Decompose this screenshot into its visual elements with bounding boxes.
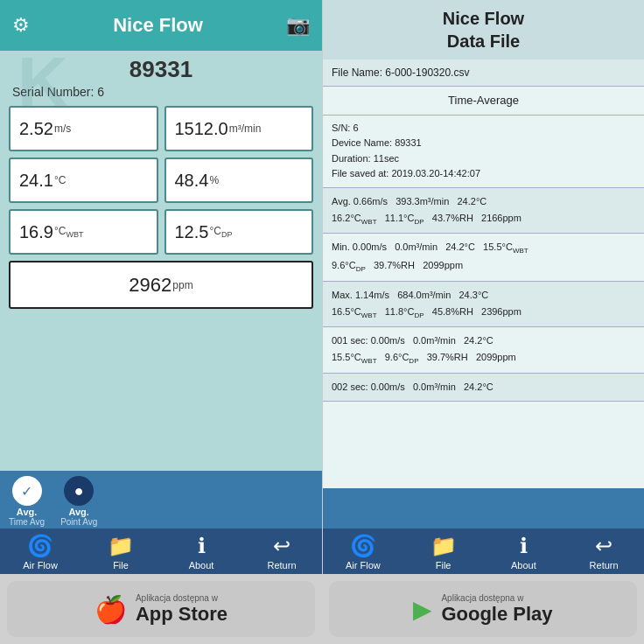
right-nav-return-label: Return [590,560,619,570]
time-avg-check: ✓ [21,483,32,500]
left-header: ⚙ Nice Flow 📷 [0,0,322,51]
file-name: File Name: 6-000-190320.csv [332,66,469,79]
camera-icon[interactable]: 📷 [286,14,310,37]
nav-airflow-label: Air Flow [23,560,58,570]
time-avg-label: Avg. [17,507,37,517]
avg-section: Avg. 0.66m/s 393.3m³/min 24.2°C16.2°CWBT… [323,188,644,234]
airflow-icon: 🌀 [27,534,53,558]
sec001-text: 001 sec: 0.00m/s 0.0m³/min 24.2°C15.5°CW… [332,335,516,362]
right-airflow-icon: 🌀 [350,534,376,558]
about-icon: ℹ [198,534,206,558]
right-return-icon: ↩ [595,534,612,558]
metric-temp-value: 24.1 [19,171,53,191]
point-avg-circle: ● [64,476,94,506]
sec001-section: 001 sec: 0.00m/s 0.0m³/min 24.2°C15.5°CW… [323,327,644,373]
info-section: S/N: 6Device Name: 89331Duration: 11secF… [323,116,644,188]
left-panel: ⚙ Nice Flow 📷 K 89331 Serial Number: 6 2… [0,0,322,574]
left-content: K 89331 Serial Number: 6 2.52m/s 1512.0m… [0,51,322,471]
googleplay-icon: ▶ [413,595,432,624]
metric-wbt: 16.9°CWBT [9,209,158,255]
min-section: Min. 0.00m/s 0.0m³/min 24.2°C 15.5°CWBT9… [323,234,644,282]
metric-velocity-value: 2.52 [19,119,53,139]
metric-velocity: 2.52m/s [9,106,158,151]
min-text: Min. 0.00m/s 0.0m³/min 24.2°C 15.5°CWBT9… [332,242,528,270]
right-nav-about-label: About [511,560,536,570]
info-text: S/N: 6Device Name: 89331Duration: 11secF… [332,122,480,179]
nav-return[interactable]: ↩ Return [256,534,308,570]
right-panel: Nice FlowData File File Name: 6-000-1903… [322,0,644,574]
point-avg-icon: ● [74,482,84,500]
appstore-text: Aplikacja dostępna w App Store [136,593,228,626]
metric-flow-value: 1512.0 [175,119,228,139]
metric-humidity-value: 48.4 [175,171,209,191]
time-avg-sublabel: Time Avg [9,517,45,527]
metric-dp-value: 12.5 [175,222,209,242]
appstore-name: App Store [136,603,228,626]
right-nav-about[interactable]: ℹ About [497,534,550,570]
nav-return-label: Return [267,560,296,570]
nav-file[interactable]: 📁 File [94,534,147,570]
left-bottom: ✓ Avg. Time Avg ● Avg. Point Avg 🌀 Air F… [0,471,322,574]
right-file-icon: 📁 [430,534,457,558]
device-number-container: K 89331 [9,56,313,83]
settings-icon[interactable]: ⚙ [12,14,30,37]
sec002-text: 002 sec: 0.00m/s 0.0m³/min 24.2°C [332,382,494,392]
metric-ppm-unit: ppm [172,279,192,291]
time-avg-circle: ✓ [12,476,42,506]
avg-text: Avg. 0.66m/s 393.3m³/min 24.2°C16.2°CWBT… [332,196,522,223]
nav-about[interactable]: ℹ About [175,534,228,570]
point-avg-button[interactable]: ● Avg. Point Avg [60,476,97,527]
apple-icon: 🍎 [94,594,127,625]
right-nav: 🌀 Air Flow 📁 File ℹ About ↩ Return [323,528,644,574]
serial-number: Serial Number: 6 [9,85,313,99]
nav-file-label: File [113,560,129,570]
max-section: Max. 1.14m/s 684.0m³/min 24.3°C16.5°CWBT… [323,282,644,327]
return-icon: ↩ [273,534,290,558]
time-avg-button[interactable]: ✓ Avg. Time Avg [9,476,45,527]
metric-wbt-unit: °CWBT [54,225,83,239]
avg-row: ✓ Avg. Time Avg ● Avg. Point Avg [0,471,322,528]
sec002-section: 002 sec: 0.00m/s 0.0m³/min 24.2°C [323,374,644,402]
metric-humidity: 48.4% [164,158,314,203]
right-nav-file-label: File [436,560,452,570]
appstore-button[interactable]: 🍎 Aplikacja dostępna w App Store [7,581,315,637]
left-title: Nice Flow [30,14,286,37]
right-header: Nice FlowData File [323,0,644,60]
googleplay-name: Google Play [441,603,552,626]
metric-temp: 24.1°C [9,158,158,203]
time-average-section: Time-Average [323,87,644,116]
metric-humidity-unit: % [209,174,219,186]
nav-about-label: About [189,560,214,570]
metric-velocity-unit: m/s [54,122,71,135]
appstore-small: Aplikacja dostępna w [136,593,228,603]
right-title: Nice FlowData File [443,7,524,52]
metric-ppm-value: 2962 [129,274,172,297]
right-nav-airflow[interactable]: 🌀 Air Flow [337,534,389,570]
googleplay-text: Aplikacja dostępna w Google Play [441,593,552,626]
point-avg-sublabel: Point Avg [60,517,97,527]
metric-ppm: 2962ppm [9,261,313,309]
metric-wbt-value: 16.9 [19,222,53,242]
right-nav-file[interactable]: 📁 File [417,534,470,570]
metrics-grid: 2.52m/s 1512.0m³/min 24.1°C 48.4% 16.9°C… [9,106,313,255]
device-number: 89331 [130,56,192,82]
time-average-label: Time-Average [448,94,519,107]
right-nav-airflow-label: Air Flow [346,560,381,570]
file-icon: 📁 [108,534,134,558]
left-nav: 🌀 Air Flow 📁 File ℹ About ↩ Return [0,528,322,574]
metric-dp-unit: °CDP [209,225,232,239]
file-name-section: File Name: 6-000-190320.csv [323,60,644,87]
googleplay-small: Aplikacja dostępna w [441,593,552,603]
metric-dp: 12.5°CDP [164,209,314,255]
max-text: Max. 1.14m/s 684.0m³/min 24.3°C16.5°CWBT… [332,290,522,317]
nav-airflow[interactable]: 🌀 Air Flow [14,534,66,570]
metric-temp-unit: °C [54,174,66,186]
point-avg-label: Avg. [68,507,88,517]
right-bottom: 🌀 Air Flow 📁 File ℹ About ↩ Return [323,488,644,574]
right-about-icon: ℹ [520,534,528,558]
right-nav-return[interactable]: ↩ Return [578,534,630,570]
store-row: 🍎 Aplikacja dostępna w App Store ▶ Aplik… [0,574,644,644]
googleplay-button[interactable]: ▶ Aplikacja dostępna w Google Play [329,581,637,637]
right-content: File Name: 6-000-190320.csv Time-Average… [323,60,644,488]
metric-flow: 1512.0m³/min [164,106,314,151]
